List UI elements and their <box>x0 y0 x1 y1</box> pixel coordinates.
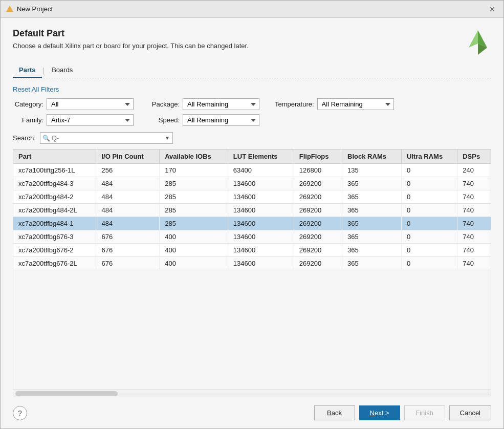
speed-select[interactable]: All Remaining -1 -2 -3 <box>183 114 259 126</box>
cell-ultra_rams: 0 <box>402 190 457 204</box>
col-dsps: DSPs <box>457 149 491 164</box>
cell-block_rams: 365 <box>342 244 402 257</box>
cell-available_iobs: 400 <box>160 244 228 257</box>
tab-separator: | <box>43 67 45 75</box>
cell-lut_elements: 134600 <box>228 230 294 244</box>
footer-left: ? <box>13 406 27 420</box>
cell-io_pin_count: 484 <box>96 204 160 217</box>
cell-available_iobs: 285 <box>160 190 228 204</box>
cell-lut_elements: 134600 <box>228 244 294 257</box>
cell-block_rams: 365 <box>342 190 402 204</box>
cell-available_iobs: 285 <box>160 204 228 217</box>
help-button[interactable]: ? <box>13 406 27 420</box>
temperature-select[interactable]: All Remaining Commercial Industrial Exte… <box>317 98 394 110</box>
table-row[interactable]: xc7a200tffbg676-2L6764001346002692003650… <box>13 257 491 270</box>
col-lut-elements: LUT Elements <box>228 149 294 164</box>
cell-part: xc7a200tffbg484-3 <box>13 177 96 190</box>
cell-lut_elements: 63400 <box>228 164 294 177</box>
cell-ultra_rams: 0 <box>402 217 457 230</box>
col-available-iobs: Available IOBs <box>160 149 228 164</box>
finish-button: Finish <box>404 405 445 420</box>
cell-part: xc7a200tffbg676-3 <box>13 230 96 244</box>
cell-io_pin_count: 676 <box>96 230 160 244</box>
table-row[interactable]: xc7a200tffbg484-348428513460026920036507… <box>13 177 491 190</box>
filter-row-1: Category: All Automotive Defense Industr… <box>13 98 491 110</box>
horizontal-scrollbar[interactable] <box>13 390 491 397</box>
table-wrap[interactable]: Part I/O Pin Count Available IOBs LUT El… <box>13 149 491 390</box>
page-title: Default Part <box>13 28 249 39</box>
hscrollbar-thumb[interactable] <box>15 391 118 396</box>
cell-available_iobs: 400 <box>160 257 228 270</box>
cancel-button[interactable]: Cancel <box>449 405 491 420</box>
cell-lut_elements: 134600 <box>228 177 294 190</box>
svg-marker-2 <box>469 30 478 48</box>
cell-block_rams: 135 <box>342 164 402 177</box>
cell-available_iobs: 285 <box>160 177 228 190</box>
title-bar-left: New Project <box>6 5 53 13</box>
table-body: xc7a100tiftg256-1L2561706340012680013502… <box>13 164 491 270</box>
search-row: Search: 🔍 ▼ <box>13 132 491 144</box>
table-header-row: Part I/O Pin Count Available IOBs LUT El… <box>13 149 491 164</box>
cell-lut_elements: 134600 <box>228 257 294 270</box>
category-select[interactable]: All Automotive Defense Industrial <box>47 98 134 110</box>
temperature-label: Temperature: <box>275 100 314 108</box>
search-input[interactable] <box>40 132 173 144</box>
content-area: Default Part Choose a default Xilinx par… <box>1 18 503 397</box>
cell-io_pin_count: 484 <box>96 177 160 190</box>
cell-dsps: 740 <box>457 257 491 270</box>
cell-block_rams: 365 <box>342 257 402 270</box>
speed-filter-group: Speed: All Remaining -1 -2 -3 <box>149 114 259 126</box>
footer: ? Back Next > Finish Cancel <box>1 397 503 428</box>
cell-ultra_rams: 0 <box>402 204 457 217</box>
col-part: Part <box>13 149 96 164</box>
back-button[interactable]: Back <box>314 405 355 420</box>
next-button[interactable]: Next > <box>359 405 400 420</box>
cell-ultra_rams: 0 <box>402 230 457 244</box>
search-label: Search: <box>13 134 36 142</box>
search-dropdown-arrow-icon[interactable]: ▼ <box>165 135 170 141</box>
filters-section: Reset All Filters Category: All Automoti… <box>13 85 491 126</box>
package-select[interactable]: All Remaining fg484 fg676 <box>183 98 259 110</box>
family-label: Family: <box>13 116 43 124</box>
cell-ultra_rams: 0 <box>402 164 457 177</box>
table-row[interactable]: xc7a200tffbg676-267640013460026920036507… <box>13 244 491 257</box>
family-select[interactable]: Artix-7 Kintex-7 Virtex-7 Zynq <box>47 114 134 126</box>
cell-flipflops: 269200 <box>294 230 342 244</box>
table-row[interactable]: xc7a100tiftg256-1L2561706340012680013502… <box>13 164 491 177</box>
col-ultra-rams: Ultra RAMs <box>402 149 457 164</box>
cell-flipflops: 269200 <box>294 257 342 270</box>
cell-dsps: 740 <box>457 230 491 244</box>
col-flipflops: FlipFlops <box>294 149 342 164</box>
table-row[interactable]: xc7a200tffbg676-367640013460026920036507… <box>13 230 491 244</box>
tabs-section: Parts | Boards <box>13 63 491 78</box>
filter-row-2: Family: Artix-7 Kintex-7 Virtex-7 Zynq S… <box>13 114 491 126</box>
dialog-title: New Project <box>17 5 53 13</box>
tab-boards[interactable]: Boards <box>46 63 79 78</box>
cell-block_rams: 365 <box>342 177 402 190</box>
cell-lut_elements: 134600 <box>228 204 294 217</box>
cell-dsps: 240 <box>457 164 491 177</box>
svg-marker-0 <box>6 6 13 12</box>
category-filter-group: Category: All Automotive Defense Industr… <box>13 98 134 110</box>
table-section: Part I/O Pin Count Available IOBs LUT El… <box>13 149 491 397</box>
cell-part: xc7a200tffbg484-2 <box>13 190 96 204</box>
app-icon <box>6 5 14 13</box>
cell-available_iobs: 170 <box>160 164 228 177</box>
cell-flipflops: 269200 <box>294 217 342 230</box>
cell-dsps: 740 <box>457 177 491 190</box>
close-button[interactable]: ✕ <box>486 4 498 14</box>
table-row[interactable]: xc7a200tffbg484-2L4842851346002692003650… <box>13 204 491 217</box>
cell-io_pin_count: 676 <box>96 257 160 270</box>
cell-block_rams: 365 <box>342 217 402 230</box>
xilinx-logo <box>465 28 491 55</box>
reset-filters-link[interactable]: Reset All Filters <box>13 85 59 93</box>
temperature-filter-group: Temperature: All Remaining Commercial In… <box>275 98 394 110</box>
cell-io_pin_count: 484 <box>96 190 160 204</box>
parts-table: Part I/O Pin Count Available IOBs LUT El… <box>13 149 491 270</box>
cell-io_pin_count: 256 <box>96 164 160 177</box>
cell-io_pin_count: 676 <box>96 244 160 257</box>
tab-parts[interactable]: Parts <box>13 63 42 78</box>
search-icon: 🔍 <box>42 135 50 142</box>
table-row[interactable]: xc7a200tffbg484-248428513460026920036507… <box>13 190 491 204</box>
table-row[interactable]: xc7a200tffbg484-148428513460026920036507… <box>13 217 491 230</box>
